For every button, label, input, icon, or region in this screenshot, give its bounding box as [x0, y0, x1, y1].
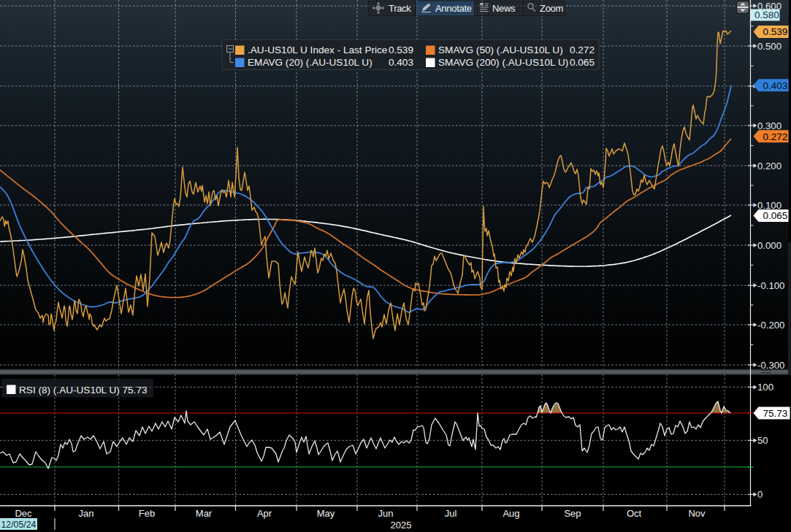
svg-text:0.403: 0.403: [763, 80, 788, 91]
svg-text:Dec: Dec: [15, 508, 32, 519]
svg-text:-0.300: -0.300: [757, 360, 784, 371]
svg-text:0.300: 0.300: [757, 120, 782, 131]
svg-text:0.272: 0.272: [763, 131, 788, 142]
svg-text:Zoom: Zoom: [540, 3, 563, 14]
svg-text:EMAVG (20) (.AU-US10L U): EMAVG (20) (.AU-US10L U): [248, 57, 372, 68]
svg-text:.AU-US10L U Index - Last Price: .AU-US10L U Index - Last Price: [248, 45, 387, 55]
svg-text:Jul: Jul: [445, 508, 457, 519]
svg-text:Oct: Oct: [627, 508, 642, 519]
svg-text:0.000: 0.000: [757, 240, 782, 251]
svg-text:0.403: 0.403: [389, 57, 413, 68]
svg-text:Sep: Sep: [564, 508, 581, 519]
svg-text:2025: 2025: [391, 520, 412, 531]
svg-text:0.580: 0.580: [754, 9, 779, 20]
svg-text:50: 50: [757, 435, 768, 446]
svg-text:-0.200: -0.200: [757, 320, 784, 331]
svg-text:-0.100: -0.100: [757, 280, 784, 291]
svg-text:Apr: Apr: [257, 508, 272, 519]
svg-text:0.100: 0.100: [757, 200, 782, 211]
svg-text:Nov: Nov: [688, 508, 706, 519]
svg-text:0.065: 0.065: [570, 57, 595, 68]
svg-text:RSI (8) (.AU-US10L U) 75.73: RSI (8) (.AU-US10L U) 75.73: [19, 385, 148, 396]
svg-text:0.500: 0.500: [757, 41, 782, 52]
svg-text:100: 100: [757, 382, 773, 393]
svg-text:12/05/24: 12/05/24: [1, 520, 37, 530]
svg-text:75.73: 75.73: [763, 408, 788, 419]
svg-text:0.065: 0.065: [763, 210, 788, 221]
svg-text:Aug: Aug: [503, 508, 519, 519]
svg-text:0.200: 0.200: [757, 161, 782, 171]
svg-text:May: May: [317, 508, 335, 519]
svg-text:SMAVG (50) (.AU-US10L U): SMAVG (50) (.AU-US10L U): [438, 45, 563, 55]
svg-text:Jun: Jun: [378, 508, 394, 519]
svg-text:Track: Track: [389, 3, 411, 14]
svg-text:0: 0: [757, 489, 763, 500]
svg-text:Jan: Jan: [79, 508, 94, 519]
svg-text:SMAVG (200) (.AU-US10L U): SMAVG (200) (.AU-US10L U): [438, 57, 568, 68]
svg-text:Feb: Feb: [139, 508, 155, 519]
svg-text:0.272: 0.272: [570, 45, 595, 55]
svg-text:Annotate: Annotate: [435, 3, 472, 14]
svg-text:Mar: Mar: [196, 508, 213, 519]
svg-text:News: News: [492, 3, 516, 14]
svg-text:0.539: 0.539: [763, 26, 788, 37]
svg-text:0.539: 0.539: [389, 45, 413, 55]
